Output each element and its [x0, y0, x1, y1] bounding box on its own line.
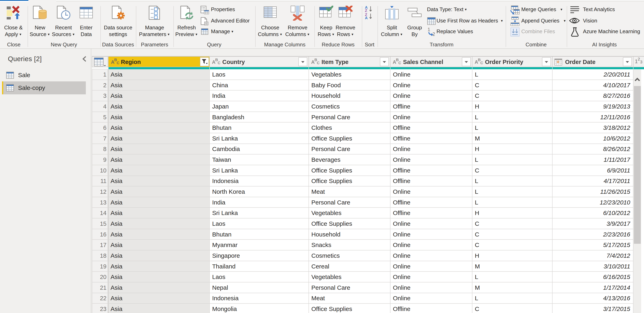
svg-text:1: 1: [428, 27, 430, 32]
svg-text:Z: Z: [365, 8, 367, 12]
svg-text:2: 2: [432, 32, 435, 36]
svg-text:A: A: [365, 16, 368, 19]
